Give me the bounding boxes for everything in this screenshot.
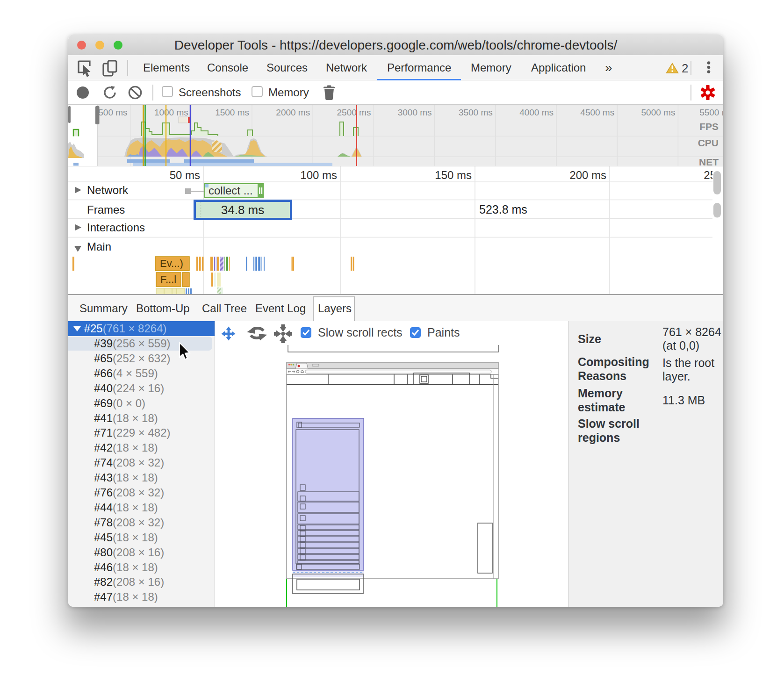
svg-text:CPU: CPU: [698, 137, 719, 148]
svg-text:100 ms: 100 ms: [300, 169, 337, 181]
svg-text:1000 ms: 1000 ms: [154, 108, 188, 117]
svg-text:500 ms: 500 ms: [98, 108, 127, 117]
svg-text:Paints: Paints: [427, 326, 460, 339]
svg-text:4500 ms: 4500 ms: [580, 108, 614, 117]
svg-text:2: 2: [682, 62, 688, 75]
svg-text:4000 ms: 4000 ms: [519, 108, 554, 117]
svg-text:NET: NET: [699, 157, 719, 166]
svg-text:F...l: F...l: [160, 273, 176, 285]
svg-text:1500 ms: 1500 ms: [215, 108, 249, 117]
svg-text:Frames: Frames: [87, 203, 125, 216]
svg-text:3500 ms: 3500 ms: [459, 108, 493, 117]
svg-text:5000 ms: 5000 ms: [641, 108, 676, 117]
svg-text:Network: Network: [87, 184, 129, 196]
svg-text:150 ms: 150 ms: [435, 169, 472, 181]
svg-text:collect ...: collect ...: [209, 184, 253, 197]
svg-text:Interactions: Interactions: [87, 221, 145, 234]
svg-text:FPS: FPS: [699, 121, 719, 132]
svg-text:5500 ms: 5500 ms: [699, 108, 723, 117]
svg-text:Main: Main: [87, 240, 111, 253]
svg-text:523.8 ms: 523.8 ms: [479, 203, 527, 216]
svg-text:Ev...): Ev...): [160, 258, 183, 269]
svg-text:Slow scroll rects: Slow scroll rects: [318, 326, 403, 339]
svg-text:2500 ms: 2500 ms: [337, 108, 371, 117]
svg-text:3000 ms: 3000 ms: [398, 108, 432, 117]
svg-text:2000 ms: 2000 ms: [276, 108, 310, 117]
svg-text:34.8 ms: 34.8 ms: [221, 203, 265, 217]
svg-text:200 ms: 200 ms: [569, 169, 606, 181]
svg-text:50 ms: 50 ms: [170, 169, 200, 181]
